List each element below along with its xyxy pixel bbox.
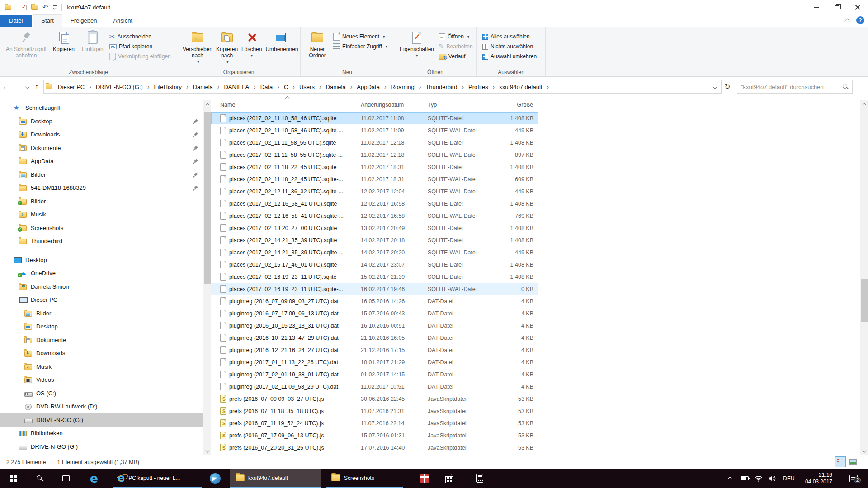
breadcrumb-segment[interactable]: DRIVE-N-GO (G:) bbox=[94, 83, 152, 91]
file-row[interactable]: places (2017_02_14 21_35_39 UTC).sqlite … bbox=[211, 234, 538, 246]
recent-locations-chevron-icon[interactable] bbox=[24, 83, 31, 91]
search-icon[interactable] bbox=[842, 84, 849, 90]
store-button[interactable] bbox=[439, 469, 460, 488]
thunderbird-button[interactable] bbox=[204, 469, 226, 488]
action-center-button[interactable]: 2 bbox=[844, 469, 863, 488]
customize-qat-chevron-icon[interactable] bbox=[53, 5, 57, 9]
sidebar-item[interactable]: Schnellzugriff bbox=[0, 101, 203, 115]
explorer-task-button-kxut[interactable]: kxut94o7.default bbox=[230, 469, 321, 488]
tray-expand-button[interactable] bbox=[725, 469, 736, 488]
sidebar-item[interactable]: Screenshots bbox=[0, 221, 203, 235]
sidebar-item[interactable]: Desktop bbox=[0, 115, 203, 128]
back-button[interactable]: ← bbox=[0, 83, 12, 91]
breadcrumb-segment[interactable]: Daniela bbox=[191, 83, 222, 91]
ie-task-button[interactable]: e PC kaputt - neuer L... bbox=[113, 469, 202, 488]
up-button[interactable]: ↑ bbox=[31, 83, 42, 91]
select-none-button[interactable]: Nichts auswählen bbox=[482, 42, 537, 52]
file-list-scrollbar[interactable] bbox=[860, 100, 868, 455]
sidebar-item[interactable]: Dieser PC bbox=[0, 293, 203, 307]
file-row[interactable]: prefs (2016_07_11 19_52_24 UTC).js 11.07… bbox=[211, 417, 538, 429]
sidebar-item[interactable]: 541-DM118-1688329 bbox=[0, 181, 203, 195]
file-row[interactable]: prefs (2016_07_11 18_35_18 UTC).js 11.07… bbox=[211, 405, 538, 417]
ribbon-tab[interactable]: Start bbox=[33, 14, 62, 27]
sidebar-item[interactable]: Dokumente bbox=[0, 333, 203, 347]
edit-button[interactable]: ✎ Bearbeiten bbox=[439, 42, 473, 52]
scroll-up-icon[interactable] bbox=[203, 100, 211, 108]
sidebar-item[interactable]: Bilder bbox=[0, 307, 203, 320]
file-row[interactable]: prefs (2016_07_20 20_31_25 UTC).js 17.07… bbox=[211, 441, 538, 454]
rename-button[interactable]: Umbenennen bbox=[264, 29, 300, 53]
sidebar-item[interactable]: OS (C:) bbox=[0, 387, 203, 400]
scrollbar-thumb[interactable] bbox=[204, 112, 211, 284]
easy-access-button[interactable]: Einfacher Zugriff bbox=[333, 42, 387, 52]
file-row[interactable]: prefs (2016_07_17 09_06_13 UTC).js 15.07… bbox=[211, 429, 538, 441]
delete-button[interactable]: Löschen bbox=[240, 29, 264, 60]
file-row[interactable]: pluginreg (2016_07_17 09_06_13 UTC).dat … bbox=[211, 307, 538, 319]
column-header-size[interactable]: Größe bbox=[492, 100, 538, 110]
search-input[interactable] bbox=[741, 84, 842, 90]
battery-status[interactable] bbox=[739, 469, 750, 488]
gift-app-button[interactable] bbox=[414, 469, 434, 488]
breadcrumb-segment[interactable]: Profiles bbox=[467, 83, 497, 91]
sidebar-item[interactable]: Videos bbox=[0, 373, 203, 387]
file-row[interactable]: places (2017_02_11 11_58_55 UTC).sqlite … bbox=[211, 136, 538, 149]
new-item-button[interactable]: Neues Element bbox=[333, 32, 387, 42]
restore-button[interactable] bbox=[826, 0, 847, 14]
copy-button[interactable]: Kopieren bbox=[49, 29, 79, 53]
sidebar-item[interactable]: Bilder bbox=[0, 168, 203, 182]
address-dropdown-chevron-icon[interactable] bbox=[713, 83, 717, 91]
taskbar-search-button[interactable] bbox=[29, 469, 51, 488]
sidebar-item[interactable]: Thunderbird bbox=[0, 235, 203, 248]
column-header-date[interactable]: Änderungsdatum bbox=[357, 100, 424, 110]
address-bar[interactable]: Dieser PCDRIVE-N-GO (G:)FileHistoryDanie… bbox=[43, 80, 722, 94]
file-row[interactable]: places (2017_02_13 20_27_00 UTC).sqlite … bbox=[211, 222, 538, 234]
calculator-button[interactable] bbox=[469, 469, 490, 488]
breadcrumb-segment[interactable]: kxut94o7.default bbox=[497, 83, 552, 91]
breadcrumb-segment[interactable]: Dieser PC bbox=[56, 83, 94, 91]
file-row[interactable]: places (2017_02_11 11_58_55 UTC).sqlite-… bbox=[211, 149, 538, 161]
scroll-down-icon[interactable] bbox=[860, 447, 868, 455]
cut-button[interactable]: ✂ Ausschneiden bbox=[109, 32, 171, 42]
breadcrumb-segment[interactable]: DANIELA bbox=[222, 83, 258, 91]
file-row[interactable]: places (2017_02_11 10_58_46 UTC).sqlite-… bbox=[211, 124, 538, 136]
open-button[interactable]: Öffnen bbox=[439, 32, 473, 42]
file-row[interactable]: pluginreg (2017_01_11 13_22_26 UTC).dat … bbox=[211, 356, 538, 368]
file-row[interactable]: places (2017_02_12 16_58_41 UTC).sqlite-… bbox=[211, 210, 538, 222]
sidebar-item[interactable]: Musik bbox=[0, 360, 203, 374]
minimize-button[interactable] bbox=[806, 0, 826, 14]
file-row[interactable]: places (2017_02_11 18_22_45 UTC).sqlite … bbox=[211, 161, 538, 173]
close-button[interactable] bbox=[847, 0, 868, 14]
sidebar-item[interactable]: AppData bbox=[0, 155, 203, 168]
network-status[interactable] bbox=[752, 469, 765, 488]
thumbnails-view-button[interactable] bbox=[848, 457, 858, 467]
breadcrumb-segment[interactable]: AppData bbox=[355, 83, 389, 91]
details-view-button[interactable] bbox=[835, 457, 845, 467]
file-row[interactable]: places (2017_02_16 19_23_11 UTC).sqlite-… bbox=[211, 283, 538, 295]
help-icon[interactable]: ? bbox=[856, 16, 864, 24]
task-view-button[interactable] bbox=[55, 469, 77, 488]
forward-button[interactable]: → bbox=[12, 83, 24, 91]
file-row[interactable]: pluginreg (2017_02_11 09_58_29 UTC).dat … bbox=[211, 380, 538, 393]
file-row[interactable]: pluginreg (2016_12_21 16_24_27 UTC).dat … bbox=[211, 344, 538, 356]
scrollbar-thumb[interactable] bbox=[861, 279, 868, 322]
invert-selection-button[interactable]: Auswahl umkehren bbox=[482, 52, 537, 61]
breadcrumb-segment[interactable]: Daniela bbox=[324, 83, 355, 91]
start-button[interactable] bbox=[4, 469, 24, 488]
column-header-type[interactable]: Typ bbox=[424, 100, 492, 110]
sidebar-item[interactable]: DRIVE-N-GO (G:) bbox=[0, 413, 203, 427]
move-to-button[interactable]: ← Verschieben nach bbox=[181, 29, 214, 66]
clock[interactable]: 21:16 04.03.2017 bbox=[798, 469, 839, 488]
scroll-up-icon[interactable] bbox=[860, 100, 868, 108]
ribbon-tab[interactable]: Datei bbox=[0, 15, 32, 27]
file-row[interactable]: places (2017_02_11 18_22_45 UTC).sqlite-… bbox=[211, 173, 538, 185]
file-row[interactable]: pluginreg (2016_07_09 09_03_27 UTC).dat … bbox=[211, 295, 538, 307]
file-row[interactable]: places (2017_02_11 10_58_46 UTC).sqlite … bbox=[211, 112, 538, 124]
copy-path-button[interactable]: W. Pfad kopieren bbox=[109, 42, 171, 52]
file-row[interactable]: places (2017_02_12 11_36_32 UTC).sqlite-… bbox=[211, 185, 538, 197]
file-row[interactable]: pluginreg (2016_10_21 13_47_29 UTC).dat … bbox=[211, 332, 538, 344]
sidebar-item[interactable]: Musik bbox=[0, 208, 203, 221]
sidebar-item[interactable]: DRIVE-N-GO (G:) bbox=[0, 440, 203, 454]
breadcrumb-segment[interactable]: Users bbox=[297, 83, 324, 91]
edge-button[interactable]: e bbox=[83, 469, 105, 488]
sidebar-item[interactable]: Bilder bbox=[0, 195, 203, 208]
